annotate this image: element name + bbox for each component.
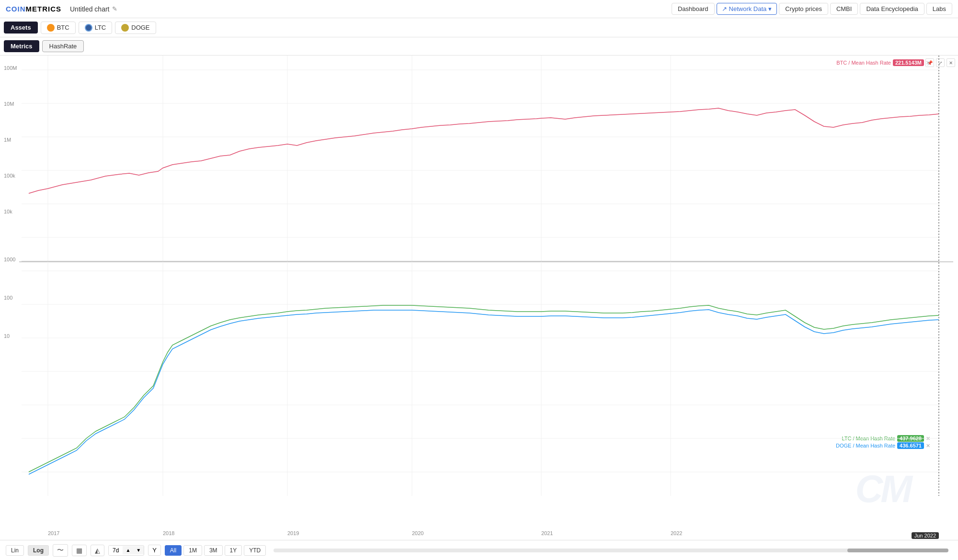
scrollbar-thumb[interactable]: [847, 549, 948, 552]
logo-coin: COIN: [6, 5, 26, 13]
scrollbar-area[interactable]: [274, 549, 948, 552]
cmbi-nav-btn[interactable]: CMBI: [830, 3, 858, 15]
time-1m-btn[interactable]: 1M: [183, 545, 202, 556]
doge-label: DOGE: [131, 24, 149, 31]
ltc-line: [29, 305, 939, 472]
time-range-group: All 1M 3M 1Y YTD: [165, 545, 266, 556]
time-all-btn[interactable]: All: [165, 545, 182, 556]
data-encyclopedia-nav-btn[interactable]: Data Encyclopedia: [860, 3, 924, 15]
interval-value: 7d: [109, 546, 123, 555]
scale-log-btn[interactable]: Log: [28, 545, 49, 556]
metrics-button[interactable]: Metrics: [4, 40, 39, 52]
main-chart-svg: [0, 56, 958, 540]
edit-icon[interactable]: ✎: [112, 5, 117, 12]
interval-up-arrow[interactable]: ▲: [123, 546, 133, 554]
interval-down-arrow[interactable]: ▼: [133, 546, 144, 554]
time-ytd-btn[interactable]: YTD: [244, 545, 266, 556]
time-3m-btn[interactable]: 3M: [204, 545, 223, 556]
chart-type-bar-btn[interactable]: ▦: [72, 545, 87, 556]
btc-line: [29, 108, 939, 193]
network-data-label: Network Data: [729, 5, 767, 12]
chart-type-area-btn[interactable]: ◭: [91, 545, 104, 556]
asset-bar: Assets BTC LTC DOGE: [0, 18, 958, 37]
top-navigation: COINMETRICS Untitled chart ✎ Dashboard ↗…: [0, 0, 958, 18]
network-data-icon: ↗: [722, 5, 727, 12]
network-data-nav-btn[interactable]: ↗ Network Data ▾: [717, 3, 777, 15]
btc-label: BTC: [57, 24, 69, 31]
btc-icon: [47, 24, 55, 32]
time-1y-btn[interactable]: 1Y: [225, 545, 242, 556]
chart-title-area: Untitled chart ✎: [70, 5, 672, 13]
hashrate-chip[interactable]: HashRate: [42, 40, 84, 52]
btc-chip[interactable]: BTC: [41, 22, 76, 34]
chart-title: Untitled chart: [70, 5, 109, 13]
nav-right: Dashboard ↗ Network Data ▾ Crypto prices…: [672, 3, 952, 15]
metrics-bar: Metrics HashRate: [0, 37, 958, 56]
logo: COINMETRICS: [6, 5, 61, 13]
chart-wrapper: CM 📌 ⤢ ✕ BTC / Mean Hash Rate 221.5143M …: [0, 56, 958, 540]
chart-type-line-btn[interactable]: 〜: [53, 544, 68, 557]
network-data-dropdown-icon: ▾: [768, 5, 772, 12]
logo-metrics: METRICS: [26, 5, 62, 13]
doge-chip[interactable]: DOGE: [115, 22, 156, 34]
assets-button[interactable]: Assets: [4, 22, 38, 34]
scale-lin-btn[interactable]: Lin: [6, 545, 24, 556]
crypto-prices-nav-btn[interactable]: Crypto prices: [779, 3, 828, 15]
ltc-icon: [85, 24, 92, 32]
doge-line: [29, 310, 939, 474]
chart-bottom-bar: Lin Log 〜 ▦ ◭ 7d ▲ ▼ Y All 1M 3M 1Y YTD: [0, 540, 958, 560]
labs-nav-btn[interactable]: Labs: [926, 3, 952, 15]
interval-selector: 7d ▲ ▼: [108, 545, 144, 556]
ltc-chip[interactable]: LTC: [79, 22, 113, 34]
ltc-label: LTC: [95, 24, 106, 31]
y-axis-toggle-btn[interactable]: Y: [148, 545, 161, 556]
dashboard-nav-btn[interactable]: Dashboard: [672, 3, 715, 15]
doge-icon: [121, 24, 129, 32]
